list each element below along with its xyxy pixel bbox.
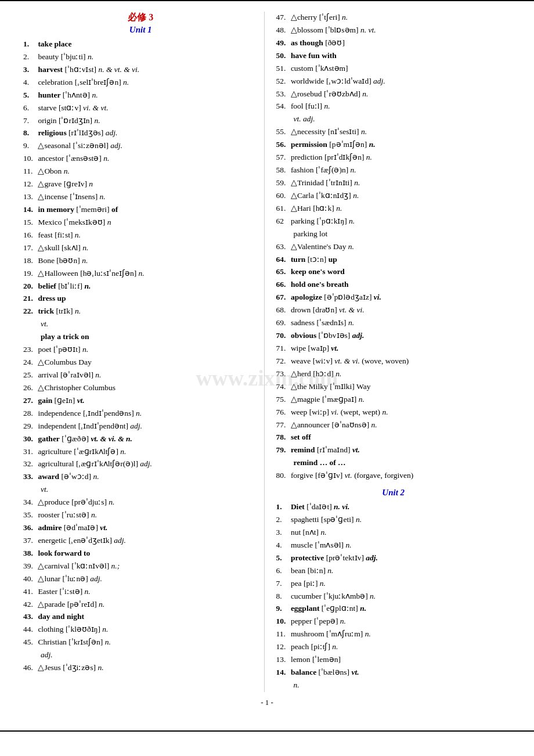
list-item: remind … of … (276, 457, 511, 469)
list-item: 68. drown [draʊn] vt. & vi. (276, 304, 511, 316)
list-item: 13. lemon [ˈlemən] (276, 654, 511, 666)
list-item: 17. △skull [skʌl] n. (23, 242, 258, 254)
list-item: 20. belief [bɪˈliːf] n. (23, 280, 258, 293)
list-item: 40. △lunar [ˈluːnə] adj. (23, 573, 258, 585)
list-item: 42. △parade [pəˈreɪd] n. (23, 599, 258, 611)
list-item: 26. △Christopher Columbus (23, 382, 258, 394)
list-item: 43. day and night (23, 611, 258, 623)
list-item: 75. △magpie [ˈmæɡpaɪ] n. (276, 394, 511, 406)
list-item: 29. independent [ˌɪndɪˈpendənt] adj. (23, 420, 258, 433)
right-column: 47. △cherry [ˈtʃeri] n. 48. △blossom [ˈb… (270, 12, 517, 692)
list-item: 41. Easter [ˈiːstə] n. (23, 586, 258, 598)
list-item: 22. trick [trɪk] n. (23, 305, 258, 318)
list-item: 27. gain [ɡeɪn] vt. (23, 395, 258, 407)
list-item: 64. turn [tɔːn] up (276, 254, 511, 266)
list-item: 4. muscle [ˈmʌsəl] n. (276, 539, 511, 552)
list-item: play a trick on (23, 331, 258, 343)
list-item: 33. award [əˈwɔːd] n. (23, 471, 258, 483)
unit1-title-left: Unit 1 (23, 25, 258, 35)
list-item: 66. hold one's breath (276, 279, 511, 291)
list-item: 8. religious [rɪˈlɪdʒəs] adj. (23, 127, 258, 139)
list-item: 23. poet [ˈpəʊɪt] n. (23, 344, 258, 356)
list-item: 11. mushroom [ˈmʌʃruːm] n. (276, 628, 511, 640)
list-item: 74. △the Milky [ˈmɪlki] Way (276, 381, 511, 393)
left-column: 必修 3 Unit 1 1. take place 2. beauty [ˈbj… (17, 12, 265, 692)
list-item: 14. balance [ˈbæləns] vt. (276, 667, 511, 679)
list-item: 76. weep [wiːp] vi. (wept, wept) n. (276, 406, 511, 419)
list-item: 35. rooster [ˈruːstə] n. (23, 509, 258, 521)
list-item: 50. have fun with (276, 50, 511, 62)
list-item: 57. prediction [prɪˈdɪkʃən] n. (276, 152, 511, 164)
list-item: 38. look forward to (23, 548, 258, 560)
list-item: 12. △grave [ɡreɪv] n (23, 178, 258, 190)
list-item: 36. admire [ədˈmaɪə] vt. (23, 522, 258, 534)
list-item: 14. in memory [ˈmeməri] of (23, 204, 258, 216)
list-item: 1. take place (23, 38, 258, 51)
list-item: 5. protective [prəˈtektɪv] adj. (276, 552, 511, 564)
list-item: 51. custom [ˈkʌstəm] (276, 63, 511, 75)
list-item: 37. energetic [ˌenəˈdʒetɪk] adj. (23, 535, 258, 547)
list-item: vt. (23, 484, 258, 496)
list-item: 2. beauty [ˈbjuːti] n. (23, 51, 258, 63)
list-item: 34. △produce [prəˈdjuːs] n. (23, 496, 258, 509)
list-item: 58. fashion [ˈfæʃ(ə)n] n. (276, 164, 511, 177)
book-title: 必修 3 (23, 12, 258, 24)
list-item: 31. agriculture [ˈæɡrɪkʌltʃə] n. (23, 446, 258, 458)
list-item: 6. bean [biːn] n. (276, 565, 511, 577)
list-item: 48. △blossom [ˈblɒsəm] n. vt. (276, 24, 511, 37)
list-item: 60. △Carla [ˈkɑːnɪdʒ] n. (276, 190, 511, 202)
list-item: 65. keep one's word (276, 266, 511, 278)
list-item: 18. Bone [bəʊn] n. (23, 255, 258, 267)
list-item: 69. sadness [ˈsædnɪs] n. (276, 317, 511, 329)
list-item: 32. agricultural [ˌæɡrɪˈkʌltʃər(ə)l] adj… (23, 458, 258, 470)
list-item: 19. △Halloween [həˌluːsɪˈneɪʃən] n. (23, 268, 258, 280)
list-item: 78. set off (276, 431, 511, 444)
list-item: 47. △cherry [ˈtʃeri] n. (276, 12, 511, 24)
list-item: n. (276, 679, 511, 692)
list-item: 6. starve [stɑːv] vi. & vt. (23, 102, 258, 114)
list-item: 72. weave [wiːv] vt. & vi. (wove, woven) (276, 355, 511, 368)
list-item: 73. △herd [hɔːd] n. (276, 368, 511, 380)
list-item: 70. obvious [ˈɒbvɪəs] adj. (276, 330, 511, 342)
list-item: 9. △seasonal [ˈsiːzənəl] adj. (23, 140, 258, 152)
page: www.zixin.com 必修 3 Unit 1 1. take place … (0, 0, 534, 732)
list-item: 44. clothing [ˈkləʊðɪŋ] n. (23, 624, 258, 636)
list-item: 53. △rosebud [ˈrəʊzbʌd] n. (276, 88, 511, 100)
list-item: 62 parking [ˈpɑːkɪŋ] n. (276, 215, 511, 228)
list-item: 10. pepper [ˈpepə] n. (276, 615, 511, 628)
list-item: 13. △incense [ˈɪnsens] n. (23, 191, 258, 203)
list-item: 39. △carnival [ˈkɑːnɪvəl] n.; (23, 560, 258, 573)
list-item: 28. independence [ˌɪndɪˈpendəns] n. (23, 408, 258, 420)
list-item: 10. ancestor [ˈænsəstə] n. (23, 153, 258, 165)
list-item: 11. △Obon n. (23, 165, 258, 178)
unit2-title: Unit 2 (276, 488, 511, 498)
list-item: 1. Diet [ˈdaɪət] n. vi. (276, 501, 511, 513)
list-item: 9. eggplant [ˈeɡplɑːnt] n. (276, 603, 511, 615)
list-item: 3. nut [nʌt] n. (276, 527, 511, 539)
list-item: 4. celebration [ˌselɪˈbreɪʃən] n. (23, 77, 258, 89)
list-item: parking lot (276, 228, 511, 240)
list-item: 2. spaghetti [spəˈɡeti] n. (276, 514, 511, 526)
list-item: 24. △Columbus Day (23, 357, 258, 369)
list-item: 59. △Trinidad [ˈtrɪnɪti] n. (276, 177, 511, 189)
page-number: - 1 - (17, 698, 517, 707)
list-item: 21. dress up (23, 293, 258, 305)
list-item: 3. harvest [ˈhɑːvɪst] n. & vt. & vi. (23, 64, 258, 76)
list-item: 77. △announcer [əˈnaʊnsə] n. (276, 419, 511, 431)
list-item: 67. apologize [əˈpɒlədʒaɪz] vi. (276, 291, 511, 304)
main-columns: 必修 3 Unit 1 1. take place 2. beauty [ˈbj… (17, 12, 517, 692)
list-item: adj. (23, 649, 258, 661)
list-item: 16. feast [fiːst] n. (23, 229, 258, 242)
list-item: 71. wipe [waɪp] vt. (276, 343, 511, 355)
list-item: 25. arrival [əˈraɪvəl] n. (23, 369, 258, 381)
list-item: 30. gather [ˈɡæðə] vt. & vi. & n. (23, 433, 258, 445)
list-item: 12. peach [piːtʃ] n. (276, 641, 511, 653)
list-item: 79. remind [rɪˈmaɪnd] vt. (276, 444, 511, 456)
list-item: 55. △necessity [nɪˈsesɪti] n. (276, 126, 511, 138)
list-item: 7. origin [ˈɒrɪdʒɪn] n. (23, 115, 258, 127)
list-item: 52. worldwide [ˌwɔːldˈwaɪd] adj. (276, 75, 511, 88)
list-item: 63. △Valentine's Day n. (276, 241, 511, 253)
list-item: 5. hunter [ˈhʌntə] n. (23, 89, 258, 102)
list-item: 56. permission [pəˈmɪʃən] n. (276, 139, 511, 151)
list-item: 80. forgive [fəˈɡɪv] vt. (forgave, forgi… (276, 470, 511, 482)
